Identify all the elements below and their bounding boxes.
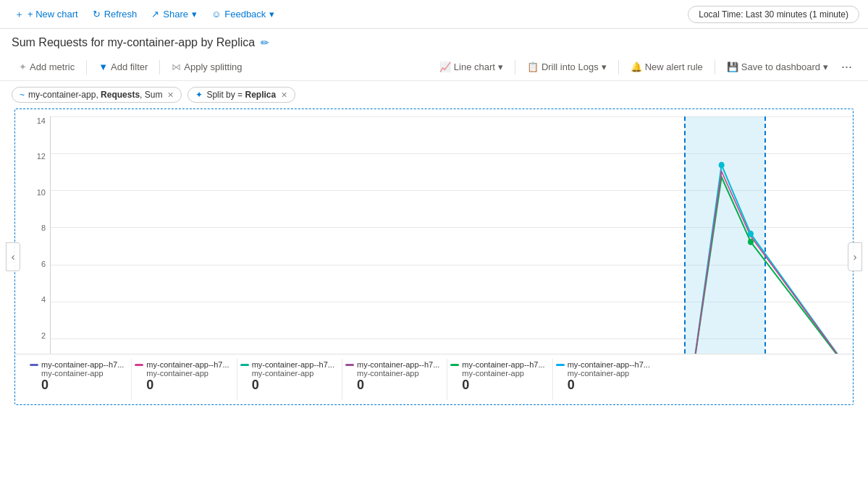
chart-svg — [51, 116, 853, 375]
apply-splitting-label: Apply splitting — [184, 61, 242, 72]
apply-splitting-button[interactable]: ⋈ Apply splitting — [164, 59, 249, 75]
new-alert-rule-label: New alert rule — [645, 61, 703, 72]
refresh-icon: ↻ — [93, 9, 101, 20]
add-metric-button[interactable]: ✦ Add metric — [12, 59, 82, 75]
share-button[interactable]: ↗ Share ▾ — [146, 6, 203, 22]
legend-value: 0 — [240, 378, 334, 393]
save-to-dashboard-label: Save to dashboard — [741, 61, 820, 72]
add-filter-label: Add filter — [111, 61, 148, 72]
separator — [515, 60, 515, 75]
time-range-button[interactable]: Local Time: Last 30 minutes (1 minute) — [688, 6, 859, 23]
chevron-down-icon: ▾ — [192, 9, 197, 20]
time-range-label: Local Time: Last 30 minutes (1 minute) — [699, 9, 848, 20]
legend-value: 0 — [135, 378, 229, 393]
legend-item: my-container-app--h7... my-container-app… — [447, 359, 552, 400]
drill-into-logs-button[interactable]: 📋 Drill into Logs ▾ — [520, 59, 614, 75]
split-chip[interactable]: ✦ Split by = Replica ✕ — [187, 87, 295, 103]
line-chart-button[interactable]: 📈 Line chart ▾ — [432, 59, 510, 75]
legend-item: my-container-app--h7... my-container-app… — [553, 359, 657, 400]
legend-sub: my-container-app — [345, 369, 439, 378]
y-label: 6 — [41, 260, 46, 268]
chip-label: Split by = Replica — [206, 90, 276, 100]
chevron-down-icon: ▾ — [269, 9, 274, 20]
legend-name: my-container-app--h7... — [568, 360, 650, 369]
metric-bar: ✦ Add metric ▼ Add filter ⋈ Apply splitt… — [0, 54, 868, 81]
legend-name: my-container-app--h7... — [357, 360, 439, 369]
chart-wrapper: ‹ › 14 12 10 8 6 4 2 0 — [6, 109, 862, 405]
line-green — [51, 177, 853, 375]
separator — [86, 60, 87, 75]
more-options-button[interactable]: ··· — [837, 58, 856, 76]
y-label: 4 — [41, 295, 46, 304]
chevron-down-icon: ▾ — [602, 61, 607, 72]
legend-sub: my-container-app — [556, 369, 650, 378]
chip-close-icon[interactable]: ✕ — [281, 90, 287, 100]
line-chart-icon: 📈 — [439, 61, 451, 72]
chip-close-icon[interactable]: ✕ — [167, 90, 174, 100]
split-icon: ⋈ — [172, 61, 181, 72]
y-label: 2 — [41, 331, 46, 340]
dot — [748, 231, 754, 237]
nav-right-button[interactable]: › — [848, 242, 862, 271]
legend-value: 0 — [556, 378, 650, 393]
legend-sub: my-container-app — [135, 369, 229, 378]
feedback-icon: ☺ — [211, 9, 221, 20]
metric-bar-right: 📈 Line chart ▾ 📋 Drill into Logs ▾ 🔔 New… — [432, 58, 856, 76]
logs-icon: 📋 — [527, 61, 539, 72]
save-to-dashboard-button[interactable]: 💾 Save to dashboard ▾ — [720, 59, 835, 75]
y-axis: 14 12 10 8 6 4 2 0 — [15, 116, 50, 375]
y-label: 14 — [37, 116, 46, 125]
chips-row: ~ my-container-app, Requests, Sum ✕ ✦ Sp… — [0, 81, 868, 109]
legend-sub: my-container-app — [240, 369, 334, 378]
legend-value: 0 — [30, 378, 124, 393]
legend-row: my-container-app--h7... my-container-app… — [15, 354, 853, 404]
edit-icon[interactable]: ✏ — [261, 37, 269, 48]
add-filter-button[interactable]: ▼ Add filter — [91, 59, 155, 75]
legend-color — [30, 364, 38, 366]
plus-icon: ＋ — [14, 8, 24, 21]
chevron-down-icon: ▾ — [498, 61, 503, 72]
top-bar-left: ＋ + New chart ↻ Refresh ↗ Share ▾ ☺ Feed… — [9, 5, 688, 24]
legend-name: my-container-app--h7... — [41, 360, 124, 369]
new-chart-label: + New chart — [28, 9, 78, 20]
page-title: Sum Requests for my-container-app by Rep… — [12, 36, 255, 49]
dot — [719, 162, 725, 169]
chip-label: my-container-app, Requests, Sum — [28, 90, 162, 100]
legend-color — [135, 364, 143, 366]
feedback-button[interactable]: ☺ Feedback ▾ — [206, 6, 280, 22]
share-icon: ↗ — [151, 9, 159, 20]
add-metric-label: Add metric — [30, 61, 75, 72]
y-label: 12 — [37, 152, 46, 161]
nav-left-button[interactable]: ‹ — [6, 242, 20, 271]
separator — [715, 60, 715, 75]
new-chart-button[interactable]: ＋ + New chart — [9, 5, 84, 24]
legend-sub: my-container-app — [30, 369, 124, 378]
filter-icon: ▼ — [98, 61, 108, 72]
legend-value: 0 — [345, 378, 439, 393]
top-bar-right: Local Time: Last 30 minutes (1 minute) — [688, 6, 859, 23]
wave-icon: ~ — [20, 90, 25, 100]
save-icon: 💾 — [727, 61, 738, 72]
page-title-row: Sum Requests for my-container-app by Rep… — [0, 29, 868, 54]
legend-color — [450, 364, 459, 366]
alert-icon: 🔔 — [631, 61, 642, 72]
legend-item: my-container-app--h7... my-container-app… — [237, 359, 342, 400]
legend-name: my-container-app--h7... — [146, 360, 229, 369]
legend-item: my-container-app--h7... my-container-app… — [27, 359, 132, 400]
refresh-button[interactable]: ↻ Refresh — [87, 6, 143, 22]
refresh-label: Refresh — [104, 9, 138, 20]
split-icon: ✦ — [195, 90, 203, 100]
top-bar: ＋ + New chart ↻ Refresh ↗ Share ▾ ☺ Feed… — [0, 0, 868, 29]
drill-into-logs-label: Drill into Logs — [542, 61, 599, 72]
chart-container: 14 12 10 8 6 4 2 0 — [14, 109, 854, 405]
chart-plot — [50, 116, 853, 375]
separator — [159, 60, 160, 75]
legend-color — [345, 364, 354, 366]
legend-value: 0 — [450, 378, 544, 393]
legend-name: my-container-app--h7... — [252, 360, 334, 369]
dot — [748, 239, 754, 245]
sparkle-icon: ✦ — [19, 61, 27, 72]
new-alert-rule-button[interactable]: 🔔 New alert rule — [623, 59, 710, 75]
legend-item: my-container-app--h7... my-container-app… — [132, 359, 237, 400]
metric-chip[interactable]: ~ my-container-app, Requests, Sum ✕ — [12, 87, 182, 103]
